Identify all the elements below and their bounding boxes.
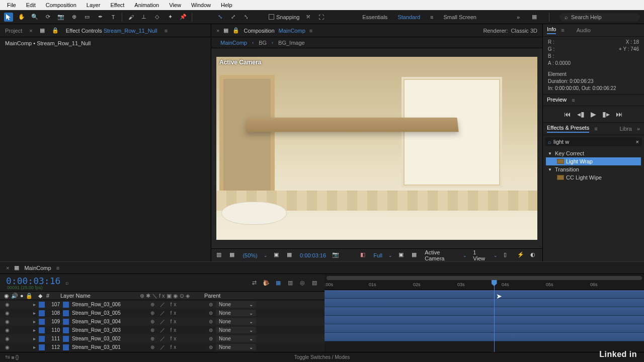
parent-pickwhip-icon[interactable]: ⊚ bbox=[209, 327, 213, 333]
close-icon[interactable]: × bbox=[6, 265, 9, 271]
menu-file[interactable]: File bbox=[2, 1, 21, 9]
workspace-small-screen[interactable]: Small Screen bbox=[443, 14, 476, 20]
brainstorm-icon[interactable]: ▧ bbox=[310, 279, 318, 287]
panel-menu-icon[interactable]: ≡ bbox=[561, 27, 564, 33]
menu-animation[interactable]: Animation bbox=[129, 1, 164, 9]
effect-controls-tab[interactable]: Effect Controls Stream_Row_11_Null bbox=[66, 28, 157, 34]
label-color[interactable] bbox=[39, 302, 45, 308]
overflow-icon[interactable]: » bbox=[517, 14, 520, 20]
toggle-pane-icon[interactable]: ⮀ ⊞ {} bbox=[5, 354, 19, 360]
layer-row[interactable]: ◉▸110Stream_Row_03_003⊕ ／ fx⊚None⌄ bbox=[0, 326, 325, 334]
play-icon[interactable]: ▶ bbox=[591, 110, 596, 118]
parent-pickwhip-icon[interactable]: ⊚ bbox=[209, 310, 213, 316]
layer-row[interactable]: ◉▸108Stream_Row_03_005⊕ ／ fx⊚None⌄ bbox=[0, 309, 325, 317]
grid-icon[interactable]: ▦ bbox=[287, 251, 294, 259]
close-icon[interactable]: × bbox=[29, 28, 32, 34]
label-color[interactable] bbox=[39, 344, 45, 350]
renderer-value[interactable]: Classic 3D bbox=[511, 28, 537, 34]
layer-name[interactable]: Stream_Row_03_003 bbox=[72, 327, 147, 333]
tree-folder-key-correct[interactable]: ▼Key Correct bbox=[546, 149, 641, 157]
twirl-icon[interactable]: ▸ bbox=[33, 336, 36, 341]
panel-menu-icon[interactable]: ≡ bbox=[594, 126, 597, 132]
frame-blend-icon[interactable]: ▦ bbox=[274, 279, 282, 287]
label-color[interactable] bbox=[39, 319, 45, 325]
label-color[interactable] bbox=[39, 336, 45, 342]
pen-tool-icon[interactable]: ✒ bbox=[96, 13, 105, 22]
menu-layer[interactable]: Layer bbox=[82, 1, 106, 9]
visibility-toggle-icon[interactable]: ◉ bbox=[4, 310, 10, 316]
color-mgmt-icon[interactable]: ◧ bbox=[360, 251, 367, 259]
text-tool-icon[interactable]: T bbox=[109, 13, 118, 22]
layer-switches[interactable]: ⊕ ／ fx bbox=[150, 318, 206, 325]
twirl-icon[interactable]: ▸ bbox=[33, 310, 36, 316]
twirl-icon[interactable]: ▸ bbox=[33, 327, 36, 333]
menu-effect[interactable]: Effect bbox=[105, 1, 129, 9]
layer-switches[interactable]: ⊕ ／ fx bbox=[150, 327, 206, 334]
playhead[interactable]: ➤ bbox=[494, 281, 495, 362]
effects-presets-tab[interactable]: Effects & Presets bbox=[547, 125, 589, 133]
timeline-tab[interactable]: MainComp bbox=[24, 265, 51, 271]
resolution-dropdown[interactable]: Full bbox=[373, 252, 382, 258]
layer-row[interactable]: ◉▸107Stream_Row_03_006⊕ ／ fx⊚None⌄ bbox=[0, 300, 325, 309]
layer-track[interactable] bbox=[325, 299, 644, 307]
parent-dropdown[interactable]: None⌄ bbox=[216, 301, 256, 308]
panel-menu-icon[interactable]: ≡ bbox=[572, 97, 575, 103]
parent-dropdown[interactable]: None⌄ bbox=[216, 335, 256, 342]
first-frame-icon[interactable]: ⏮ bbox=[564, 110, 571, 118]
magnification-dropdown[interactable]: (50%) bbox=[243, 252, 257, 258]
chevron-down-icon[interactable]: ⌄ bbox=[494, 253, 498, 258]
visibility-toggle-icon[interactable]: ◉ bbox=[4, 327, 10, 333]
parent-pickwhip-icon[interactable]: ⊚ bbox=[209, 319, 213, 324]
clear-search-icon[interactable]: × bbox=[636, 139, 639, 145]
twirl-icon[interactable]: ▸ bbox=[33, 319, 36, 324]
composition-viewer[interactable]: Active Camera bbox=[216, 57, 537, 240]
layer-name[interactable]: Stream_Row_03_006 bbox=[72, 302, 147, 307]
panel-menu-icon[interactable]: ≡ bbox=[165, 28, 168, 34]
parent-pickwhip-icon[interactable]: ⊚ bbox=[209, 344, 213, 350]
layer-track[interactable] bbox=[325, 307, 644, 316]
pixel-aspect-icon[interactable]: ▯ bbox=[504, 251, 511, 259]
lock-icon[interactable]: 🔒 bbox=[52, 27, 59, 34]
snapping-toggle[interactable]: Snapping bbox=[269, 14, 300, 20]
visibility-toggle-icon[interactable]: ◉ bbox=[4, 319, 10, 324]
exposure-icon[interactable]: ◐ bbox=[530, 251, 537, 259]
label-color[interactable] bbox=[39, 327, 45, 333]
comp-mini-icon[interactable]: ⇄ bbox=[250, 279, 258, 287]
menu-view[interactable]: View bbox=[164, 1, 186, 9]
project-tab[interactable]: Project bbox=[5, 28, 22, 34]
menu-window[interactable]: Window bbox=[186, 1, 216, 9]
region-icon[interactable]: ▣ bbox=[398, 251, 406, 259]
parent-dropdown[interactable]: None⌄ bbox=[216, 327, 256, 333]
nav-bg-image[interactable]: BG_Image bbox=[278, 40, 305, 46]
work-area-bar[interactable] bbox=[327, 276, 642, 280]
workspace-standard[interactable]: Standard bbox=[397, 14, 420, 20]
axis-local-icon[interactable]: ⤡ bbox=[215, 13, 224, 22]
current-time[interactable]: 0:00:03:16 bbox=[300, 252, 326, 258]
rotate-tool-icon[interactable]: ⟳ bbox=[43, 13, 52, 22]
last-frame-icon[interactable]: ⏭ bbox=[616, 110, 623, 118]
camera-tool-icon[interactable]: 📷 bbox=[56, 13, 65, 22]
solo-header-icon[interactable]: ● bbox=[20, 293, 24, 299]
graph-editor-icon[interactable]: ◎ bbox=[298, 279, 306, 287]
channel-icon[interactable]: ▦ bbox=[229, 251, 236, 259]
layer-switches[interactable]: ⊕ ／ fx bbox=[150, 301, 206, 308]
puppet-tool-icon[interactable]: 📌 bbox=[179, 13, 188, 22]
panel-menu-icon[interactable]: ≡ bbox=[309, 28, 312, 34]
parent-dropdown[interactable]: None⌄ bbox=[216, 344, 256, 350]
menu-composition[interactable]: Composition bbox=[41, 1, 82, 9]
view-layout-dropdown[interactable]: 1 View bbox=[473, 249, 488, 261]
safe-zones-icon[interactable]: ▣ bbox=[274, 251, 281, 259]
layer-track[interactable] bbox=[325, 316, 644, 324]
preview-tab[interactable]: Preview bbox=[547, 97, 567, 104]
visibility-toggle-icon[interactable]: ◉ bbox=[4, 336, 10, 341]
motion-blur-icon[interactable]: ▥ bbox=[286, 279, 294, 287]
hand-tool-icon[interactable]: ✋ bbox=[17, 13, 26, 22]
stamp-tool-icon[interactable]: ⊥ bbox=[139, 13, 148, 22]
workspace-essentials[interactable]: Essentials bbox=[362, 14, 387, 20]
zoom-tool-icon[interactable]: 🔍 bbox=[30, 13, 39, 22]
snapshot-icon[interactable]: 📷 bbox=[332, 251, 339, 259]
tree-item-cc-light-wipe[interactable]: CC Light Wipe bbox=[546, 173, 641, 182]
eraser-tool-icon[interactable]: ◇ bbox=[152, 13, 162, 22]
roto-tool-icon[interactable]: ✦ bbox=[166, 13, 175, 22]
chevron-down-icon[interactable]: ⌄ bbox=[463, 253, 467, 258]
